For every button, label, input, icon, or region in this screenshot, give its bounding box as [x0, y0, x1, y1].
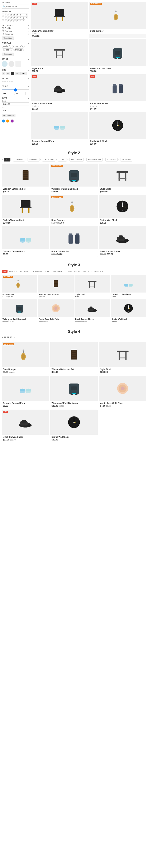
alpha-btn-z[interactable]: Z: [22, 20, 25, 22]
filter-tab-7[interactable]: UTILITIES: [106, 158, 118, 161]
alpha-btn-e[interactable]: E: [13, 13, 16, 16]
alpha-btn-a[interactable]: A: [2, 13, 4, 16]
product-card3-3[interactable]: Ceramic Colored Pots $8.00: [111, 275, 146, 299]
product-card4-2[interactable]: Style Stool $300.00: [99, 342, 146, 375]
product-card2-4[interactable]: Out of Stock Door Bumper $14.00$5.00: [50, 195, 98, 225]
tag-item-3[interactable]: Dollar(1): [14, 49, 24, 51]
category-item-1[interactable]: Ceramic 3: [2, 30, 29, 32]
category-caret[interactable]: ▲: [28, 24, 29, 26]
img-preview-0[interactable]: [2, 61, 7, 67]
product-card2-5[interactable]: Digital Wall Clock $30.00: [99, 195, 146, 225]
price-slider[interactable]: [2, 90, 29, 90]
product-card2-2[interactable]: Style Stool $300.00: [99, 163, 146, 194]
filter-tab-0[interactable]: ALL: [4, 158, 10, 161]
img-preview-2[interactable]: [16, 61, 21, 67]
filter-tab3-0[interactable]: ALL: [2, 270, 7, 273]
product-card3-4[interactable]: Waterproof Emil Backpack $45.00 $38.00: [2, 300, 37, 323]
alpha-btn-m[interactable]: M: [10, 17, 13, 19]
product-card4-3[interactable]: Ceramic Colored Pots $8.00: [2, 376, 49, 408]
product-card2-3[interactable]: Stylish Wooden Chair $348.00: [2, 195, 49, 225]
product-card3-2[interactable]: Style Stool $300.00: [75, 275, 110, 299]
star-rating[interactable]: ★★★★★: [2, 80, 29, 83]
product-card3-0[interactable]: Out of Stock Door Bumper $14.00 $5.00: [2, 275, 37, 299]
search-input[interactable]: [6, 5, 28, 8]
size-btn-s[interactable]: S: [2, 72, 5, 75]
alpha-btn-u[interactable]: U: [7, 20, 10, 22]
product-card4-1[interactable]: Wooden Bathroom Set $15.00: [50, 342, 98, 375]
alpha-btn-l[interactable]: L: [7, 17, 10, 19]
filter-tab-3[interactable]: DESIGNER: [42, 158, 55, 161]
tag-item-2[interactable]: tall-back(1): [2, 49, 13, 51]
show-less-button[interactable]: SHOW LESS: [2, 114, 16, 117]
product-card-6[interactable]: Ceramic Colored Pots$19.00: [31, 112, 88, 146]
tag-item-0[interactable]: Apple(7): [2, 45, 11, 48]
category-item-0[interactable]: Fashion 4: [2, 27, 29, 29]
product-card2-0[interactable]: Wooden Bathroom Set $15.00: [2, 163, 49, 194]
tag-caret[interactable]: ▲: [28, 42, 29, 44]
image-caret[interactable]: ▲: [28, 58, 29, 60]
alpha-btn-n[interactable]: N: [13, 17, 16, 19]
filter-tab3-3[interactable]: DESIGNER: [31, 270, 43, 273]
filter-tab-1[interactable]: FASHION: [13, 158, 25, 161]
product-card4-0[interactable]: Out of Stock Door Bumper $5.00$14.00: [2, 342, 49, 375]
product-card-3[interactable]: Waterproof Backpack$38.00: [89, 39, 147, 73]
price-max-input[interactable]: [14, 92, 26, 95]
price-caret[interactable]: ▲: [28, 85, 29, 87]
product-card-4[interactable]: 30% Black Canvas Shoes2 colors$37.00: [31, 74, 88, 111]
product-card3-7[interactable]: Digital Wall Clock $30.00: [111, 300, 146, 323]
alpha-btn-v[interactable]: V: [10, 20, 13, 22]
alpha-btn-w[interactable]: W: [13, 20, 16, 22]
filter-tab-8[interactable]: WOODEN: [120, 158, 132, 161]
alpha-btn-k[interactable]: K: [5, 17, 7, 19]
product-card3-1[interactable]: Wooden Bathroom Set $15.00: [38, 275, 73, 299]
category-checkbox-1[interactable]: [2, 30, 4, 32]
size-btn-l[interactable]: L: [11, 72, 14, 75]
search-box[interactable]: 🔍: [2, 5, 29, 8]
color-swatch-0[interactable]: [2, 119, 5, 123]
alpha-btn-i[interactable]: I: [25, 13, 28, 16]
product-card-7[interactable]: Digital Wall Clock$25.00: [89, 112, 147, 146]
alpha-btn-y[interactable]: Y: [19, 20, 22, 22]
product-card-2[interactable]: Style Stool$68.00: [31, 39, 88, 73]
alpha-btn-d[interactable]: D: [10, 13, 13, 16]
filter-tab3-6[interactable]: HOME DECOR: [65, 270, 81, 273]
size-btn-xl[interactable]: XL: [15, 72, 20, 75]
alpha-btn-p[interactable]: P: [19, 17, 22, 19]
product-card4-5[interactable]: Agate Rose Gold Plate $4.00$6.00: [99, 376, 146, 408]
product-card2-8[interactable]: Black Canvas Shoes $36.00$17.00: [99, 226, 146, 257]
size-btn-xxl[interactable]: XXL: [21, 72, 27, 75]
filter-tab-6[interactable]: HOME DECOR: [86, 158, 103, 161]
alpha-btn-f[interactable]: F: [16, 13, 19, 16]
filter-tab3-7[interactable]: UTILITIES: [81, 270, 93, 273]
alpha-btn-h[interactable]: H: [22, 13, 25, 16]
alpha-btn-g[interactable]: G: [19, 13, 22, 16]
show-more-tag[interactable]: Show More: [2, 53, 14, 56]
size-caret[interactable]: ▲: [28, 69, 29, 71]
category-checkbox-0[interactable]: [2, 27, 4, 29]
product-card2-1[interactable]: Out of Stock Waterproof Emil Backpack $3…: [50, 163, 98, 194]
product-card-0[interactable]: 10% Stylish Wooden Chair2 colors$148.00: [31, 2, 88, 38]
img-preview-1[interactable]: [8, 61, 14, 67]
color-swatch-1[interactable]: [6, 119, 9, 123]
filter-tab3-5[interactable]: FOOTWARE: [52, 270, 65, 273]
filter-tab3-4[interactable]: FOOD: [43, 270, 51, 273]
product-card-5[interactable]: 17% Bottle Grinder Set2 colors$44.00: [89, 74, 147, 111]
alpha-btn-c[interactable]: C: [7, 13, 10, 16]
date-end-input[interactable]: [2, 109, 29, 112]
category-checkbox-2[interactable]: [2, 33, 4, 35]
price-min-input[interactable]: [2, 92, 13, 95]
filter-tab-5[interactable]: FOOTWARE: [69, 158, 84, 161]
alpha-btn-x[interactable]: X: [16, 20, 19, 22]
date-caret[interactable]: ▲: [28, 97, 29, 99]
tag-item-1[interactable]: slim-style(4): [12, 45, 25, 48]
alpha-btn-j[interactable]: J: [2, 17, 4, 19]
product-card-1[interactable]: Out of Stock Door Bumper: [89, 2, 147, 38]
alphabet-caret[interactable]: ▲: [28, 11, 29, 13]
filter-tab3-8[interactable]: WOODEN: [93, 270, 105, 273]
color-swatch-2[interactable]: [10, 119, 14, 123]
alpha-btn-o[interactable]: O: [16, 17, 19, 19]
filters-label-style4[interactable]: ≡ FILTERS →: [2, 336, 146, 340]
rating-caret[interactable]: ▲: [28, 78, 29, 79]
show-more-category[interactable]: Show More: [2, 36, 14, 40]
product-card2-6[interactable]: Ceramic Colored Pots $8.00: [2, 226, 49, 257]
